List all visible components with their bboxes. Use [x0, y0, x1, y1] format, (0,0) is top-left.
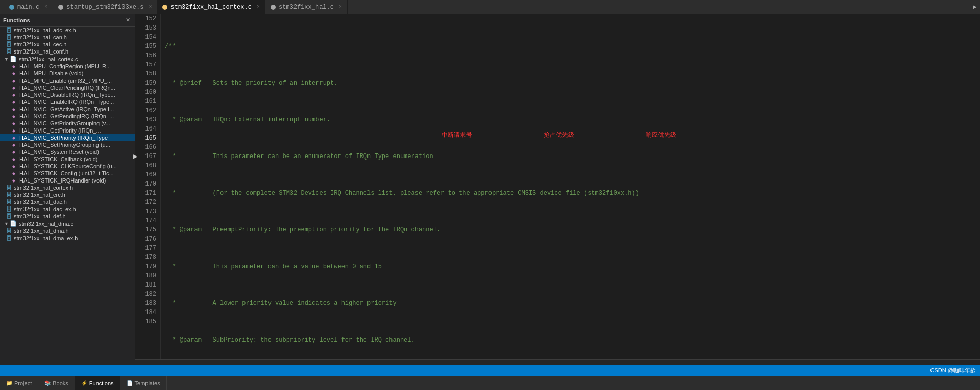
project-icon: 📁 [6, 380, 12, 386]
diamond-icon: ◆ [12, 143, 15, 147]
list-item[interactable]: ◆ HAL_NVIC_GetPriorityGrouping (v... [0, 120, 135, 127]
bottom-tab-templates[interactable]: 📄 Templates [120, 376, 167, 390]
list-item[interactable]: 🗄 stm32f1xx_hal_can.h [0, 34, 135, 41]
expand-icon: ▼ [4, 57, 9, 62]
file-icon: 🗄 [6, 213, 12, 219]
list-item[interactable]: 🗄 stm32f1xx_hal_dac_ex.h [0, 205, 135, 213]
bottom-tab-functions[interactable]: ⚡ Functions [75, 376, 120, 390]
diamond-icon: ◆ [12, 114, 15, 119]
list-item[interactable]: ◆ HAL_MPU_Disable (void) [0, 70, 135, 77]
list-item[interactable]: 🗄 stm32f1xx_hal_dac.h [0, 198, 135, 205]
tab-main-c[interactable]: main.c × [4, 0, 53, 14]
file-icon: 🗄 [6, 27, 12, 33]
diamond-icon: ◆ [12, 107, 15, 112]
code-line: * @param PreemptPriority: The preemption… [165, 225, 976, 235]
file-icon: 📄 [10, 56, 17, 62]
bottom-tab-project[interactable]: 📁 Project [0, 376, 38, 390]
diamond-icon: ◆ [12, 178, 15, 183]
list-item-dma[interactable]: ▼ 📄 stm32f1xx_hal_dma.c [0, 220, 135, 227]
books-icon: 📚 [44, 380, 51, 386]
file-icon: 🗄 [6, 199, 12, 205]
list-item[interactable]: 🗄 stm32f1xx_hal_dma.h [0, 227, 135, 235]
list-item[interactable]: 🗄 stm32f1xx_hal_adc_ex.h [0, 27, 135, 34]
file-icon: 🗄 [6, 48, 12, 55]
bottom-tabs: 📁 Project 📚 Books ⚡ Functions 📄 Template… [0, 376, 980, 390]
code-line: * @brief Sets the priority of an interru… [165, 79, 976, 88]
diamond-icon: ◆ [12, 86, 15, 90]
sidebar-content[interactable]: 🗄 stm32f1xx_hal_adc_ex.h 🗄 stm32f1xx_hal… [0, 27, 135, 365]
tab-bar: main.c × startup_stm32f103xe.s × stm32f1… [0, 0, 980, 14]
close-tab-hal[interactable]: × [339, 4, 342, 10]
sidebar-minimize-btn[interactable]: — [113, 16, 122, 24]
expand-icon: ▼ [4, 221, 9, 226]
diamond-icon: ◆ [12, 93, 15, 97]
templates-icon: 📄 [127, 380, 133, 386]
diamond-icon: ◆ [12, 136, 15, 140]
list-item[interactable]: ◆ HAL_NVIC_SetPriorityGrouping (u... [0, 141, 135, 148]
list-item[interactable]: ◆ HAL_NVIC_GetActive (IRQn_Type I... [0, 106, 135, 113]
list-item[interactable]: 🗄 stm32f1xx_hal_cortex.h [0, 184, 135, 191]
list-item[interactable]: 🗄 stm32f1xx_hal_dma_ex.h [0, 235, 135, 242]
list-item[interactable]: 🗄 stm32f1xx_hal_crc.h [0, 191, 135, 198]
diamond-icon: ◆ [12, 64, 15, 69]
file-icon: 📄 [10, 220, 17, 227]
code-area: 152 153 154 155 156 157 158 159 160 161 … [135, 14, 980, 365]
sidebar-close-btn[interactable]: ✕ [124, 16, 132, 24]
bottom-tab-books[interactable]: 📚 Books [38, 376, 75, 390]
close-tab-main-c[interactable]: × [44, 4, 47, 10]
code-line: * A lower priority value indicates a hig… [165, 299, 976, 308]
status-bar: CSDN @咖啡年龄 [0, 365, 980, 376]
list-item[interactable]: 🗄 stm32f1xx_hal_def.h [0, 213, 135, 220]
list-item-cortex[interactable]: ▼ 📄 stm32f1xx_hal_cortex.c [0, 55, 135, 63]
sidebar-controls: — ✕ [113, 16, 132, 24]
code-content[interactable]: 152 153 154 155 156 157 158 159 160 161 … [135, 14, 980, 359]
file-icon: 🗄 [6, 206, 12, 212]
diamond-icon: ◆ [12, 150, 15, 154]
list-item[interactable]: ◆ HAL_NVIC_DisableIRQ (IRQn_Type... [0, 91, 135, 98]
diamond-icon: ◆ [12, 100, 15, 105]
list-item[interactable]: ◆ HAL_MPU_Enable (uint32_t MPU_... [0, 77, 135, 84]
list-item[interactable]: ◆ HAL_SYSTICK_Callback (void) [0, 155, 135, 163]
file-icon: 🗄 [6, 235, 12, 241]
file-icon: 🗄 [6, 192, 12, 198]
tab-startup[interactable]: startup_stm32f103xe.s × [53, 0, 157, 14]
sidebar-collapse-arrow[interactable]: ▶ [133, 152, 137, 161]
file-icon: 🗄 [6, 185, 12, 191]
diamond-icon: ◆ [12, 71, 15, 76]
list-item[interactable]: ◆ HAL_NVIC_EnableIRQ (IRQn_Type... [0, 98, 135, 106]
main-area: Functions — ✕ 🗄 stm32f1xx_hal_adc_ex.h 🗄… [0, 14, 980, 365]
diamond-icon: ◆ [12, 171, 15, 176]
tab-hal[interactable]: stm32f1xx_hal.c × [265, 0, 348, 14]
tab-cortex[interactable]: stm32f1xx_hal_cortex.c × [157, 0, 265, 14]
file-icon: 🗄 [6, 34, 12, 40]
functions-icon: ⚡ [81, 380, 87, 386]
list-item[interactable]: ◆ HAL_MPU_ConfigRegion (MPU_R... [0, 63, 135, 70]
list-item[interactable]: 🗄 stm32f1xx_hal_conf.h [0, 48, 135, 55]
sidebar-header: Functions — ✕ [0, 14, 135, 27]
diamond-icon: ◆ [12, 157, 15, 162]
status-text: CSDN @咖啡年龄 [930, 367, 976, 374]
list-item[interactable]: ◆ HAL_NVIC_GetPriority (IRQn_... [0, 127, 135, 134]
list-item-selected[interactable]: ◆ HAL_NVIC_SetPriority (IRQn_Type [0, 134, 135, 141]
close-tab-cortex[interactable]: × [257, 4, 260, 10]
file-icon: 🗄 [6, 41, 12, 47]
sidebar-title: Functions [3, 17, 30, 23]
list-item[interactable]: ◆ HAL_SYSTICK_CLKSourceConfig (u... [0, 163, 135, 170]
code-line: * @param SubPriority: the subpriority le… [165, 335, 976, 345]
file-icon: 🗄 [6, 228, 12, 234]
list-item[interactable]: ◆ HAL_SYSTICK_Config (uint32_t Tic... [0, 170, 135, 177]
code-line: * @param IRQn: External interrupt number… [165, 115, 976, 124]
sidebar: Functions — ✕ 🗄 stm32f1xx_hal_adc_ex.h 🗄… [0, 14, 135, 365]
diamond-icon: ◆ [12, 121, 15, 126]
line-numbers: 152 153 154 155 156 157 158 159 160 161 … [135, 14, 161, 359]
close-tab-startup[interactable]: × [149, 4, 152, 10]
list-item[interactable]: 🗄 stm32f1xx_hal_cec.h [0, 41, 135, 48]
horizontal-scrollbar[interactable] [135, 359, 980, 365]
list-item[interactable]: ◆ HAL_NVIC_ClearPendingIRQ (IRQn... [0, 84, 135, 91]
list-item[interactable]: ◆ HAL_NVIC_SystemReset (void) [0, 148, 135, 155]
list-item[interactable]: ◆ HAL_NVIC_GetPendingIRQ (IRQn_... [0, 113, 135, 120]
code-line: * This parameter can be a value between … [165, 262, 976, 271]
list-item[interactable]: ◆ HAL_SYSTICK_IRQHandler (void) [0, 177, 135, 184]
diamond-icon: ◆ [12, 164, 15, 169]
tab-overflow-arrow[interactable]: ▶ [970, 0, 980, 14]
